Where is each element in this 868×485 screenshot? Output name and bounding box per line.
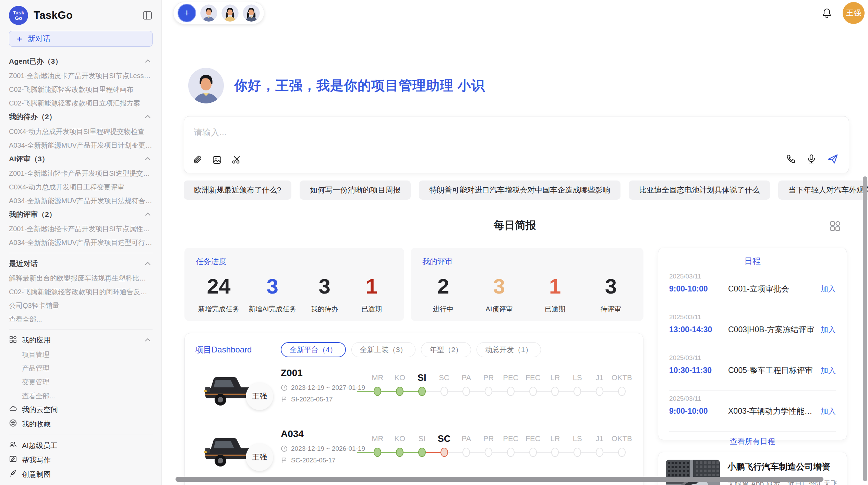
sidebar-task-item[interactable]: C0X4-动力总成开发项目工程变更评审 <box>9 180 153 194</box>
milestone-dot <box>374 387 381 396</box>
sidebar-tool-label: 帮我写作 <box>22 455 51 465</box>
project-info: A0342023-12-19 ~ 2026-01-19SC-2025-05-17 <box>281 424 366 468</box>
milestone-ko: KO <box>389 372 411 398</box>
notification-bell-icon[interactable] <box>821 8 832 18</box>
sidebar-task-item[interactable]: A034-全新新能源MUV产品开发项目计划变更表编写 <box>9 138 153 152</box>
recent-chat-item[interactable]: 公司Q3轻卡销量 <box>9 298 153 312</box>
schedule-title: 日程 <box>669 256 836 266</box>
chevron-up-icon[interactable] <box>144 155 152 163</box>
image-icon[interactable] <box>212 155 222 166</box>
recent-view-all-link[interactable]: 查看全部... <box>9 312 153 326</box>
sidebar-task-item[interactable]: A034-全新新能源MUV产品开发项目造型可行性评审 <box>9 235 153 249</box>
truck-image: 王强 <box>195 363 281 414</box>
app-menu-item[interactable]: 变更管理 <box>9 375 153 388</box>
app-menu-item[interactable]: 项目管理 <box>9 347 153 361</box>
stat-label: AI预评审 <box>486 304 513 314</box>
sidebar-tool-item[interactable]: 帮我写作 <box>9 453 153 467</box>
horizontal-scrollbar[interactable] <box>176 477 823 482</box>
stat-label: 进行中 <box>433 304 454 314</box>
chevron-up-icon[interactable] <box>144 113 152 121</box>
app-menu-item[interactable]: 产品管理 <box>9 361 153 375</box>
avatar[interactable] <box>200 4 217 22</box>
scissors-icon[interactable] <box>231 155 241 166</box>
milestone-dot <box>529 387 537 396</box>
new-chat-button[interactable]: ＋ 新对话 <box>9 31 153 47</box>
sidebar-section-header[interactable]: Agent已办（3） <box>9 54 153 69</box>
avatar[interactable] <box>243 4 260 22</box>
sidebar-task-item[interactable]: A034-全新新能源MUV产品开发项目法规符合性评审 <box>9 194 153 207</box>
chat-composer[interactable]: 请输入... <box>184 116 849 173</box>
join-link[interactable]: 加入 <box>821 406 836 416</box>
join-link[interactable]: 加入 <box>821 325 836 335</box>
sidebar-tool-item[interactable]: 创意制图 <box>9 467 153 482</box>
schedule-event: 2025/03/119:00-10:00C001-立项审批会加入 <box>669 269 836 309</box>
suggestion-chip[interactable]: 特朗普可能对进口汽车增税会对中国车企造成哪些影响 <box>419 181 620 200</box>
sidebar-tool-item[interactable]: AI超级员工 <box>9 438 153 453</box>
sidebar-item-star[interactable]: 我的收藏 <box>9 417 153 431</box>
sidebar-section-header[interactable]: 我的评审（2） <box>9 207 153 222</box>
event-name: C001-立项审批会 <box>728 284 817 294</box>
milestone-dot <box>418 448 426 457</box>
suggestion-chip[interactable]: 比亚迪全固态电池计划具体说了什么 <box>629 181 770 200</box>
sidebar-section-header[interactable]: AI评审（3） <box>9 152 153 166</box>
chevron-up-icon[interactable] <box>144 336 152 344</box>
sidebar-task-item[interactable]: C02-飞腾新能源轻客改款项目立项汇报方案 <box>9 96 153 110</box>
assistant-avatar <box>188 68 224 103</box>
dashboard-filter-tab[interactable]: 全新平台（4） <box>281 342 346 357</box>
view-all-schedule-link[interactable]: 查看所有日程 <box>669 432 836 447</box>
briefing-card: 我的评审2进行中3AI预评审1已逾期3待评审 <box>411 248 643 321</box>
sidebar-recent-header[interactable]: 最近对话 <box>9 257 153 271</box>
vertical-scrollbar[interactable] <box>863 176 867 481</box>
sidebar-task-item[interactable]: C0X4-动力总成开发项目SI里程碑提交物检查 <box>9 124 153 138</box>
milestone-label: FEC <box>522 372 544 384</box>
milestone-label: J1 <box>589 433 611 445</box>
mic-icon[interactable] <box>806 154 817 165</box>
user-avatar[interactable]: 王强 <box>843 2 865 24</box>
sidebar-task-item[interactable]: Z001-全新燃油皮卡产品开发项目SI节点Lesson Learn报告 <box>9 69 153 82</box>
milestone-lr: LR <box>544 372 566 398</box>
suggestion-chip[interactable]: 欧洲新规最近颁布了什么? <box>184 181 291 200</box>
join-link[interactable]: 加入 <box>821 365 836 376</box>
dashboard-filter-tab[interactable]: 年型（2） <box>421 342 471 357</box>
event-date: 2025/03/11 <box>669 313 836 321</box>
suggestion-chip[interactable]: 如何写一份清晰的项目周报 <box>300 181 411 200</box>
project-owner-badge: 王强 <box>246 444 273 471</box>
chevron-up-icon[interactable] <box>144 260 152 268</box>
sidebar-collapse-icon[interactable] <box>142 10 153 21</box>
recent-chat-item[interactable]: C02-飞腾新能源轻客改款项目的闭环通告反馈情况 <box>9 285 153 298</box>
milestone-dot <box>441 448 448 457</box>
milestone-dot <box>485 448 492 457</box>
sidebar-header: Task Go TaskGo <box>9 5 153 26</box>
sidebar-task-item[interactable]: C02-飞腾新能源轻客改款项目里程碑画布 <box>9 82 153 96</box>
layout-grid-icon[interactable] <box>829 220 841 234</box>
chevron-up-icon[interactable] <box>144 57 152 65</box>
phone-icon[interactable] <box>786 154 796 165</box>
sidebar-task-item[interactable]: Z001-全新燃油轻卡产品开发项目SI节点属性5D文件评审 <box>9 222 153 235</box>
avatar[interactable] <box>221 4 239 22</box>
recent-chat-item[interactable]: 解释最新出台的欧盟报废车法规再生塑料比例被调至15%... <box>9 271 153 285</box>
milestone-label: SC <box>433 433 455 445</box>
sidebar-tool-label: AI超级员工 <box>22 441 58 450</box>
attach-icon[interactable] <box>193 155 203 166</box>
project-owner-badge: 王强 <box>246 383 273 410</box>
milestone-dot <box>396 387 403 396</box>
suggestion-chip[interactable]: 当下年轻人对汽车外观有怎样的喜好趋势 <box>778 181 868 200</box>
project-info: Z0012023-12-19 ~ 2027-01-19SI-2025-05-17 <box>281 363 366 407</box>
sidebar-task-item[interactable]: Z001-全新燃油轻卡产品开发项目SI造型提交物评审 <box>9 166 153 180</box>
sidebar-section-header[interactable]: 我的待办（2） <box>9 110 153 124</box>
dashboard-filter-tab[interactable]: 全新上装（3） <box>351 342 416 357</box>
sidebar-item-cloud[interactable]: 我的云空间 <box>9 402 153 417</box>
stat-value: 3 <box>605 273 617 300</box>
milestone-label: OKTB <box>611 372 633 384</box>
apps-icon <box>9 335 17 345</box>
dashboard-filter-tab[interactable]: 动总开发（1） <box>477 342 541 357</box>
sidebar-item-my-apps[interactable]: 我的应用 <box>9 333 153 347</box>
chevron-up-icon[interactable] <box>144 210 152 219</box>
join-link[interactable]: 加入 <box>821 284 836 294</box>
stat-item: 2进行中 <box>424 273 462 314</box>
send-icon[interactable] <box>827 153 839 166</box>
add-collaborator-button[interactable]: + <box>178 4 196 22</box>
milestone-label: LS <box>566 433 589 445</box>
apps-view-all-link[interactable]: 查看全部... <box>9 389 153 402</box>
sidebar-link-label: 我的云空间 <box>22 405 58 414</box>
